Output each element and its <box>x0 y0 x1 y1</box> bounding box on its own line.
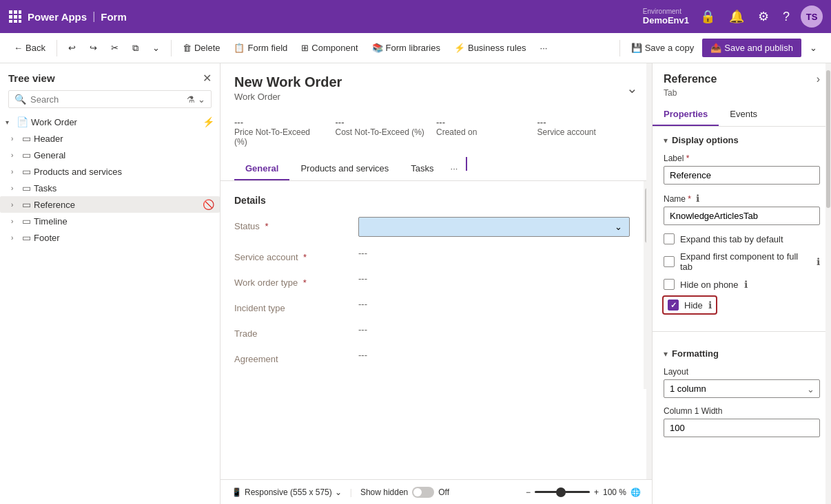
status-value[interactable]: ⌄ <box>358 217 630 237</box>
tab-general[interactable]: General <box>234 158 289 180</box>
form-row-trade: Trade --- <box>234 324 630 339</box>
zoom-slider[interactable] <box>535 491 590 493</box>
avatar[interactable]: TS <box>801 6 823 28</box>
sidebar-item-header[interactable]: › ▭ Header <box>0 130 220 147</box>
component-button[interactable]: ⊞ Component <box>296 40 363 56</box>
layout-label: Layout <box>664 367 820 377</box>
chevron-down-icon: ▾ <box>6 118 14 126</box>
trade-label: Trade <box>234 324 358 339</box>
more-dropdown-button[interactable]: ⌄ <box>147 40 165 56</box>
expand-tab-checkbox[interactable] <box>664 233 675 244</box>
sidebar-close-button[interactable]: ✕ <box>203 72 212 85</box>
sidebar-item-tasks[interactable]: › ▭ Tasks <box>0 180 220 196</box>
zoom-plus-icon[interactable]: + <box>594 487 599 497</box>
nav-separator: | <box>92 10 95 23</box>
formfield-icon: 📋 <box>234 43 245 53</box>
svg-rect-1 <box>14 10 17 14</box>
sidebar-item-work-order[interactable]: ▾ 📄 Work Order ⚡ <box>0 114 220 130</box>
publish-dropdown-button[interactable]: ⌄ <box>804 40 823 56</box>
sidebar-item-footer[interactable]: › ▭ Footer <box>0 229 220 246</box>
responsive-chevron-icon: ⌄ <box>335 487 342 497</box>
tab-more[interactable]: ··· <box>445 158 464 180</box>
display-options-section: ▾ Display options Label * Name * ℹ Expan… <box>653 127 831 328</box>
formlibraries-button[interactable]: 📚 Form libraries <box>367 40 446 56</box>
column1-width-input[interactable] <box>664 419 820 437</box>
form-header: New Work Order Work Order ⌄ --- Price No… <box>220 63 652 181</box>
name-input[interactable] <box>664 207 820 225</box>
svg-rect-4 <box>14 15 17 19</box>
responsive-label: Responsive (555 x 575) <box>245 487 332 497</box>
sidebar-item-label: Header <box>34 134 63 144</box>
tab-tasks[interactable]: Tasks <box>400 158 444 180</box>
filter-button[interactable]: ⚗ ⌄ <box>187 94 205 105</box>
redo-button[interactable]: ↪ <box>84 40 103 56</box>
hide-on-phone-checkbox[interactable] <box>664 279 675 290</box>
expand-first-info-icon[interactable]: ℹ <box>817 256 820 267</box>
layout-select[interactable]: 1 column 2 columns 3 columns <box>664 379 820 398</box>
eye-off-icon[interactable]: 🚫 <box>203 199 214 210</box>
bottom-bar: 📱 Responsive (555 x 575) ⌄ | Show hidden… <box>220 479 652 504</box>
grid-icon[interactable] <box>8 10 22 23</box>
expand-first-checkbox[interactable] <box>664 256 675 267</box>
hide-row-highlighted[interactable]: ✓ Hide ℹ <box>664 297 716 313</box>
hide-on-phone-row[interactable]: Hide on phone ℹ <box>664 279 820 290</box>
help-btn[interactable]: ? <box>780 7 792 27</box>
right-panel-scrollbar[interactable] <box>825 63 831 504</box>
show-hidden-toggle[interactable]: Show hidden Off <box>360 487 449 498</box>
sidebar-item-timeline[interactable]: › ▭ Timeline <box>0 213 220 229</box>
copy-button[interactable]: ⧉ <box>127 40 144 56</box>
lightning-icon[interactable]: ⚡ <box>203 116 214 127</box>
tab-products-services[interactable]: Products and services <box>289 158 400 180</box>
panel-divider <box>653 331 831 332</box>
search-input[interactable] <box>30 94 183 105</box>
hide-checkbox[interactable]: ✓ <box>668 300 679 311</box>
form-subtitle: Work Order <box>234 92 342 102</box>
formfield-button[interactable]: 📋 Form field <box>228 40 293 56</box>
sidebar-item-general[interactable]: › ▭ General <box>0 147 220 163</box>
label-input[interactable] <box>664 166 820 185</box>
sidebar-item-reference[interactable]: › ▭ Reference 🚫 <box>0 196 220 213</box>
env-icon-btn[interactable]: 🔒 <box>697 6 718 27</box>
svg-rect-6 <box>9 20 12 23</box>
required-indicator: * <box>265 221 268 231</box>
work-order-type-dashes: --- <box>358 273 367 284</box>
back-button[interactable]: ← Back <box>8 40 51 56</box>
toggle-track[interactable] <box>412 487 434 498</box>
delete-button[interactable]: 🗑 Delete <box>177 40 226 56</box>
notification-btn[interactable]: 🔔 <box>726 6 747 27</box>
toolbar-sep-2 <box>171 40 172 56</box>
zoom-minus-icon[interactable]: − <box>526 487 531 497</box>
expand-tab-row[interactable]: Expand this tab by default <box>664 233 820 244</box>
display-options-header[interactable]: ▾ Display options <box>664 135 820 145</box>
hide-info-icon[interactable]: ℹ <box>708 300 712 311</box>
saveacopy-button[interactable]: 💾 Save a copy <box>626 40 700 56</box>
form-row-incident-type: Incident type --- <box>234 299 630 313</box>
formfield-label: Form field <box>247 43 287 53</box>
panel-close-button[interactable]: › <box>817 73 820 85</box>
responsive-selector[interactable]: 📱 Responsive (555 x 575) ⌄ <box>232 487 342 497</box>
businessrules-button[interactable]: ⚡ Business rules <box>449 40 532 56</box>
formatting-header[interactable]: ▾ Formatting <box>664 348 820 359</box>
hide-on-phone-info-icon[interactable]: ℹ <box>744 279 748 290</box>
form-row-work-order-type: Work order type * --- <box>234 273 630 288</box>
sidebar-item-products-services[interactable]: › ▭ Products and services <box>0 163 220 180</box>
saveandpublish-button[interactable]: 📤 Save and publish <box>702 39 801 57</box>
svg-rect-7 <box>14 20 17 23</box>
expand-first-label: Expand first component to full tab <box>680 251 811 272</box>
status-dropdown[interactable]: ⌄ <box>358 217 630 237</box>
service-account-label: Service account * <box>234 248 358 262</box>
tab-properties[interactable]: Properties <box>653 103 719 126</box>
work-order-type-value: --- <box>358 273 630 284</box>
undo-button[interactable]: ↩ <box>63 40 81 56</box>
settings-btn[interactable]: ⚙ <box>755 6 772 27</box>
page-name: Form <box>101 11 127 23</box>
tab-events[interactable]: Events <box>719 103 768 126</box>
ellipsis-button[interactable]: ··· <box>535 40 553 56</box>
form-chevron-icon[interactable]: ⌄ <box>626 80 638 96</box>
cut-button[interactable]: ✂ <box>105 40 124 56</box>
name-info-icon[interactable]: ℹ <box>696 193 699 204</box>
form-body-wrapper: Details Status * ⌄ <box>220 181 652 389</box>
publish-icon: 📤 <box>710 43 721 53</box>
expand-first-row[interactable]: Expand first component to full tab ℹ <box>664 251 820 272</box>
required-indicator: * <box>303 252 307 262</box>
